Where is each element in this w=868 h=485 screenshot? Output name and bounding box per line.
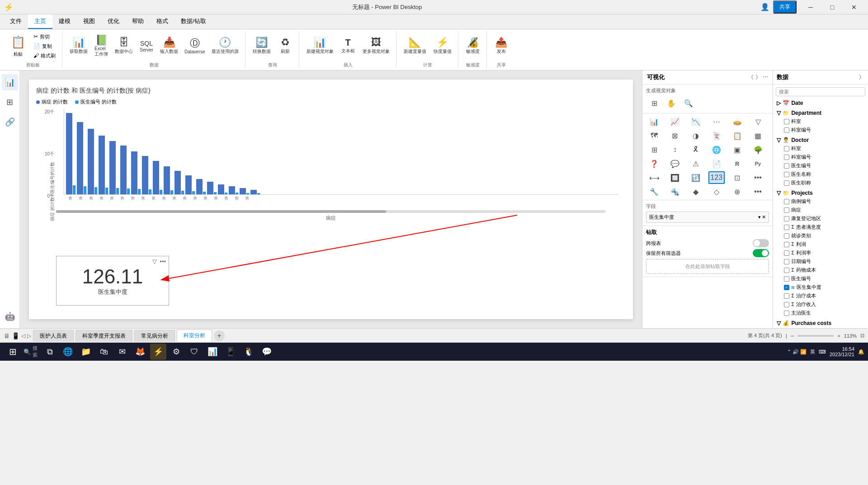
- viz-slicer[interactable]: 🔲: [667, 171, 683, 184]
- viz-more[interactable]: •••: [750, 171, 766, 184]
- viz-bar-chart[interactable]: 📊: [646, 115, 662, 128]
- proj-item-11[interactable]: ✓ ⊠ 医生集中度: [775, 283, 866, 292]
- tab-file[interactable]: 文件: [4, 14, 28, 29]
- purchase-item-1[interactable]: Σ 费用金额: [775, 327, 866, 328]
- checkbox-proj-4[interactable]: [784, 225, 789, 230]
- taskbar-mail[interactable]: ✉: [114, 344, 130, 360]
- taskbar-antivirus[interactable]: 🛡: [186, 344, 203, 360]
- taskbar-powerbi[interactable]: ⚡: [150, 344, 166, 360]
- viz-pie[interactable]: 🥧: [729, 115, 745, 128]
- mobile-view-icon[interactable]: 📱: [12, 332, 19, 339]
- checkbox-proj-11[interactable]: ✓: [784, 285, 789, 290]
- bar-group-13[interactable]: [196, 179, 206, 194]
- keep-filters-toggle[interactable]: [753, 249, 769, 257]
- btn-quick-measure[interactable]: ⚡快度量值: [431, 36, 454, 57]
- zoom-plus[interactable]: +: [837, 333, 840, 339]
- bar-group-16[interactable]: [229, 186, 238, 194]
- viz-extra4[interactable]: ◇: [708, 185, 725, 198]
- viz-card[interactable]: 🃏: [708, 129, 725, 142]
- sidebar-item-ai[interactable]: 🤖: [2, 308, 18, 325]
- viz-python[interactable]: Py: [750, 157, 766, 170]
- viz-area-chart[interactable]: 📉: [688, 115, 704, 128]
- viz-decomp-tree[interactable]: 🌳: [750, 143, 766, 156]
- btn-paste[interactable]: 📋 粘贴: [7, 33, 29, 59]
- viz-icon-search[interactable]: 🔍: [680, 97, 697, 109]
- checkbox-proj-6[interactable]: [784, 242, 789, 247]
- bar-group-15[interactable]: [218, 184, 227, 194]
- checkbox-doc-4[interactable]: [784, 172, 789, 177]
- viz-gauge[interactable]: ◑: [688, 129, 704, 142]
- proj-item-12[interactable]: Σ 治疗成本: [775, 292, 866, 300]
- checkbox-proj-10[interactable]: [784, 276, 789, 282]
- proj-item-5[interactable]: 就诊类别: [775, 231, 866, 240]
- proj-item-3[interactable]: 康复登记地区: [775, 214, 866, 223]
- doctor-item-5[interactable]: 医生职称: [775, 179, 866, 187]
- nav-left-icon[interactable]: ◁: [21, 333, 25, 339]
- btn-copy[interactable]: 📄复制: [31, 42, 58, 51]
- viz-extra5[interactable]: ⊕: [729, 185, 745, 198]
- checkbox-proj-14[interactable]: [784, 311, 789, 316]
- bar-group-2[interactable]: [77, 122, 86, 194]
- tree-header-doctor[interactable]: ▽ 👨‍⚕️ Doctor: [775, 136, 866, 144]
- more-icon[interactable]: •••: [160, 258, 166, 265]
- viz-extra6[interactable]: •••: [750, 185, 766, 198]
- viz-extra1[interactable]: 🔧: [646, 185, 662, 198]
- filter-icon[interactable]: ▽: [152, 258, 157, 265]
- sidebar-item-data[interactable]: ⊞: [2, 94, 18, 110]
- bar-group-4[interactable]: [99, 136, 108, 194]
- taskbar-search[interactable]: 🔍 搜索: [24, 344, 40, 360]
- checkbox-proj-7[interactable]: [784, 250, 789, 256]
- proj-item-9[interactable]: Σ 药物成本: [775, 266, 866, 274]
- collapse-right-icon[interactable]: 》: [755, 74, 761, 81]
- checkbox-proj-8[interactable]: [784, 259, 789, 264]
- bar-group-9[interactable]: [153, 161, 162, 194]
- field-select[interactable]: 医生集中度 ▾ ✕: [646, 212, 769, 223]
- keyboard-icon[interactable]: ⌨: [819, 349, 826, 355]
- maximize-button[interactable]: □: [822, 0, 843, 14]
- viz-waterfall[interactable]: ↕: [667, 143, 683, 156]
- checkbox-proj-12[interactable]: [784, 293, 789, 299]
- tree-header-projects[interactable]: ▽ 📁 Projects: [775, 189, 866, 197]
- bar-group-18[interactable]: [250, 190, 260, 194]
- crosstable-toggle[interactable]: [753, 239, 769, 247]
- checkbox-proj-1[interactable]: [784, 199, 789, 204]
- card-widget[interactable]: ▽ ••• 126.11 医生集中度: [56, 256, 169, 306]
- viz-icon-table[interactable]: ⊞: [646, 97, 662, 109]
- taskbar-file-explorer[interactable]: 📁: [78, 344, 94, 360]
- sidebar-item-report[interactable]: 📊: [2, 74, 18, 90]
- viz-icon-hand[interactable]: ✋: [663, 97, 679, 109]
- nav-right-icon[interactable]: ▷: [27, 333, 31, 339]
- checkbox-proj-9[interactable]: [784, 268, 789, 273]
- field-select-clear[interactable]: ✕: [762, 214, 766, 220]
- bar-group-14[interactable]: [207, 182, 217, 194]
- viz-line-chart[interactable]: 📈: [667, 115, 683, 128]
- user-icon[interactable]: 👤: [760, 3, 769, 11]
- add-tab-button[interactable]: +: [214, 330, 225, 341]
- dept-item-1[interactable]: 科室: [775, 117, 866, 126]
- proj-item-1[interactable]: 病例编号: [775, 197, 866, 206]
- viz-sync[interactable]: 🔃: [688, 171, 704, 184]
- bar-group-11[interactable]: [175, 171, 184, 194]
- share-button[interactable]: 共享: [773, 0, 797, 14]
- tab-dept-analysis[interactable]: 科室分析: [177, 330, 212, 342]
- bar-group-1[interactable]: [66, 113, 75, 194]
- taskbar-app2[interactable]: 📱: [222, 344, 239, 360]
- btn-dataverse[interactable]: ⒹDataverse: [182, 37, 208, 56]
- taskbar-firefox[interactable]: 🦊: [132, 344, 148, 360]
- checkbox-proj-2[interactable]: [784, 207, 789, 213]
- btn-cut[interactable]: ✂剪切: [31, 33, 58, 41]
- btn-sql[interactable]: SQLServer: [137, 38, 156, 54]
- tree-header-date[interactable]: ▷ 📅 Date: [775, 99, 866, 107]
- data-search-input[interactable]: [776, 87, 865, 96]
- checkbox-proj-13[interactable]: [784, 302, 789, 307]
- viz-treemap[interactable]: ⊠: [667, 129, 683, 142]
- x-scrollbar[interactable]: [56, 210, 606, 213]
- tab-nursing-staff[interactable]: 医护人员表: [33, 330, 74, 342]
- close-button[interactable]: ✕: [844, 0, 864, 14]
- taskbar-app1[interactable]: 📊: [204, 344, 221, 360]
- tab-data-drill[interactable]: 数据/钻取: [175, 14, 212, 29]
- bar-group-3[interactable]: [88, 129, 97, 194]
- proj-item-4[interactable]: Σ 患者满意度: [775, 223, 866, 231]
- viz-anomaly[interactable]: ⚠: [688, 157, 704, 170]
- doctor-item-2[interactable]: 科室编号: [775, 153, 866, 161]
